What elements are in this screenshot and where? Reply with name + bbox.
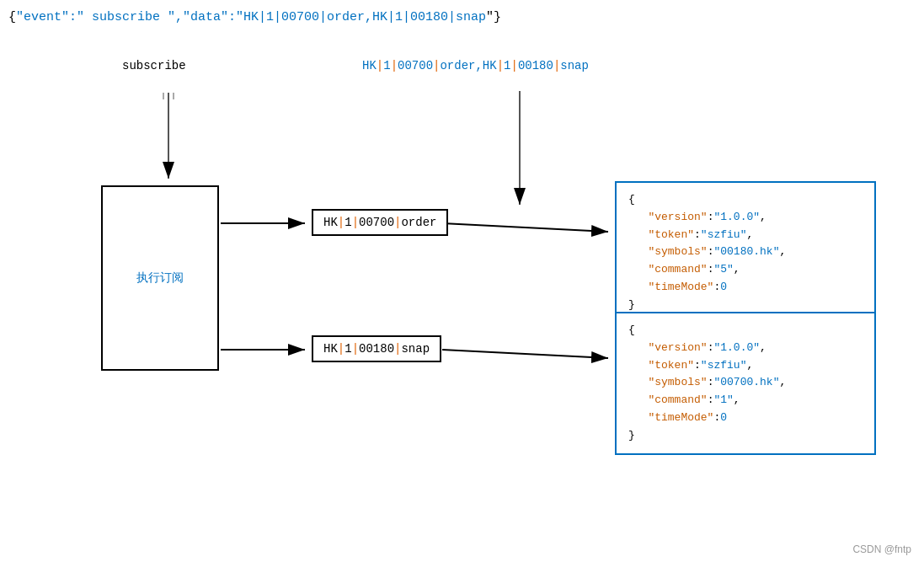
snap-timemode-key: "timeMode" [648, 411, 713, 424]
order-token-val: "szfiu" [701, 228, 747, 241]
label-symbols: HK|1|00700|order,HK|1|00180|snap [362, 59, 589, 72]
result-box-order: { "version":"1.0.0", "token":"szfiu", "s… [615, 181, 876, 324]
snap-timemode-val: 0 [720, 411, 727, 424]
execute-label: 执行订阅 [136, 270, 184, 286]
brace-open: { [8, 10, 16, 24]
order-timemode-key: "timeMode" [648, 281, 713, 293]
channel-box-snap: HK|1|00180|snap [312, 335, 441, 362]
order-timemode-val: 0 [720, 281, 727, 293]
snap-version-key: "version" [648, 341, 707, 354]
order-command-val: "5" [713, 263, 733, 276]
order-brace-open: { [628, 193, 635, 206]
brace-close: "} [486, 10, 501, 24]
snap-brace-open: { [628, 324, 635, 336]
snap-token-val: "szfiu" [701, 359, 747, 372]
svg-line-8 [442, 350, 608, 358]
order-version-val: "1.0.0" [713, 211, 760, 223]
page-container: {"event":" subscribe ","data":"HK|1|0070… [0, 0, 924, 562]
snap-command-key: "command" [648, 393, 707, 406]
order-token-key: "token" [648, 228, 694, 241]
order-brace-close: } [628, 298, 635, 311]
snap-brace-close: } [628, 429, 635, 442]
snap-symbols-key: "symbols" [648, 376, 707, 388]
snap-command-val: "1" [713, 393, 733, 406]
data-value: HK|1|00700|order,HK|1|00180|snap [243, 10, 486, 24]
order-command-key: "command" [648, 263, 707, 276]
snap-version-val: "1.0.0" [713, 341, 760, 354]
result-box-snap: { "version":"1.0.0", "token":"szfiu", "s… [615, 312, 876, 455]
order-symbols-val: "00180.hk" [713, 245, 779, 258]
snap-symbols-val: "00700.hk" [713, 376, 779, 388]
execute-box: 执行订阅 [101, 185, 219, 371]
event-key: "event":" subscribe ","data":" [16, 10, 243, 24]
top-json-line: {"event":" subscribe ","data":"HK|1|0070… [8, 10, 501, 24]
svg-line-7 [442, 223, 608, 232]
channel-box-order: HK|1|00700|order [312, 209, 448, 236]
order-symbols-key: "symbols" [648, 245, 707, 258]
diagram-area: subscribe HK|1|00700|order,HK|1|00180|sn… [0, 51, 924, 545]
label-subscribe: subscribe [122, 59, 186, 72]
snap-token-key: "token" [648, 359, 694, 372]
watermark: CSDN @fntp [852, 543, 911, 555]
order-version-key: "version" [648, 211, 707, 223]
